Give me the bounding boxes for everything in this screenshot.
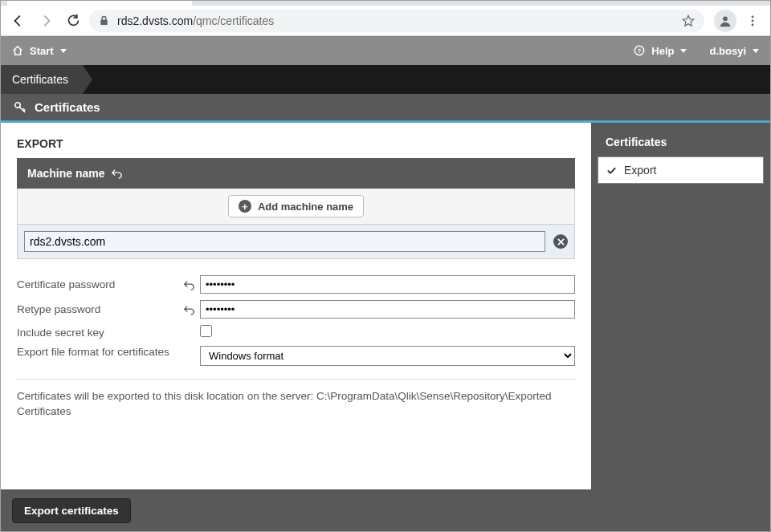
export-heading: EXPORT (17, 137, 575, 150)
lock-icon (99, 15, 109, 26)
section-title-text: Certificates (35, 100, 100, 114)
browser-addressbar: rds2.dvsts.com/qmc/certificates (1, 6, 770, 36)
back-button[interactable] (7, 10, 30, 32)
section-header: Certificates (1, 94, 770, 123)
export-format-select[interactable]: Windows format (200, 346, 575, 366)
user-label: d.bosyi (709, 45, 746, 57)
chevron-down-icon (60, 49, 67, 53)
include-secret-checkbox[interactable] (200, 325, 212, 337)
export-button-label: Export certificates (24, 505, 119, 517)
include-secret-label: Include secret key (17, 327, 177, 339)
plus-circle-icon: + (239, 200, 251, 213)
svg-rect-2 (100, 20, 107, 26)
browser-tabstrip: Q Certificates - QMC (1, 0, 770, 6)
right-panel-item-export[interactable]: Export (598, 156, 764, 184)
start-label: Start (30, 45, 54, 57)
check-icon (606, 165, 618, 176)
retype-password-label: Retype password (17, 303, 177, 315)
machine-name-input[interactable] (24, 231, 545, 252)
svg-point-3 (723, 16, 728, 21)
bookmark-icon[interactable] (682, 14, 695, 27)
chevron-down-icon (680, 49, 687, 53)
undo-icon[interactable] (111, 168, 122, 179)
svg-point-6 (752, 23, 754, 26)
url-input[interactable]: rds2.dvsts.com/qmc/certificates (89, 10, 704, 32)
url-text: rds2.dvsts.com/qmc/certificates (117, 14, 674, 27)
add-machine-row: + Add machine name (18, 189, 574, 225)
machine-name-header: Machine name (17, 158, 575, 189)
forward-button[interactable] (35, 10, 57, 32)
svg-point-4 (752, 15, 754, 18)
qmc-top-nav: Start ? Help d.bosyi (1, 36, 770, 65)
machine-entry-row (18, 225, 574, 258)
breadcrumb-item[interactable]: Certificates (1, 65, 83, 94)
cert-password-label: Certificate password (17, 278, 177, 290)
home-icon (12, 45, 23, 56)
help-menu[interactable]: ? Help (634, 45, 687, 57)
action-bar: Export certificates (1, 489, 591, 531)
right-item-label: Export (624, 164, 656, 177)
new-tab-button[interactable] (198, 0, 221, 3)
svg-point-5 (752, 19, 754, 22)
export-certificates-button[interactable]: Export certificates (12, 498, 131, 523)
breadcrumb-bar: Certificates (1, 65, 770, 94)
add-machine-button[interactable]: + Add machine name (228, 195, 364, 217)
right-sidebar: Certificates Export (591, 123, 770, 531)
undo-icon[interactable] (177, 279, 200, 290)
user-menu[interactable]: d.bosyi (709, 45, 759, 57)
chevron-down-icon (753, 49, 759, 53)
key-icon (14, 101, 27, 114)
help-label: Help (651, 45, 674, 57)
start-menu[interactable]: Start (12, 45, 67, 57)
export-note: Certificates will be exported to this di… (17, 379, 575, 429)
right-panel-title: Certificates (598, 132, 764, 156)
cert-password-input[interactable] (200, 275, 575, 294)
browser-menu-icon[interactable] (741, 14, 764, 27)
undo-icon[interactable] (177, 304, 200, 315)
svg-text:?: ? (638, 47, 642, 55)
add-machine-label: Add machine name (258, 201, 353, 213)
machine-name-label: Machine name (27, 167, 104, 180)
browser-tab[interactable]: Q Certificates - QMC (7, 0, 192, 6)
reload-button[interactable] (62, 10, 84, 32)
breadcrumb-label: Certificates (12, 73, 68, 86)
help-icon: ? (634, 45, 645, 56)
profile-avatar[interactable] (714, 10, 736, 32)
retype-password-input[interactable] (200, 300, 575, 319)
export-format-label: Export file format for certificates (17, 346, 177, 358)
remove-machine-icon[interactable] (553, 234, 568, 249)
svg-point-9 (15, 102, 20, 107)
